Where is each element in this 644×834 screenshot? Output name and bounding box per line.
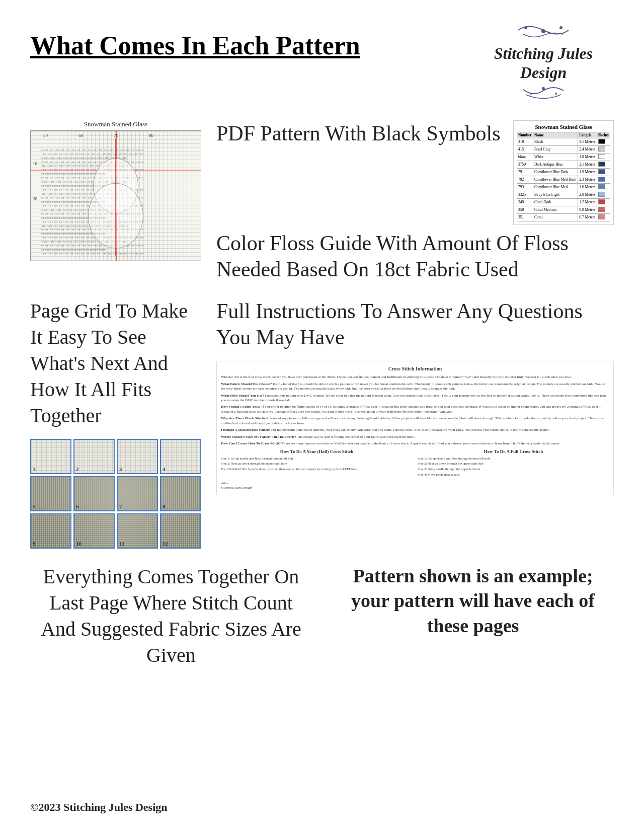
cross-stitch-paragraphs: Whether this is the first cross stitch p… — [221, 375, 609, 446]
floss-number: 350 — [517, 206, 533, 213]
col-name: Name — [533, 132, 578, 138]
thumbnail-cell: 2 — [73, 439, 115, 474]
floss-name: White — [533, 153, 578, 161]
header: What Comes In Each Pattern Stitching Jul… — [30, 20, 614, 105]
cross-stitch-paragraph: How Should I Stitch This? If you prefer … — [221, 405, 609, 414]
floss-color-swatch — [597, 176, 610, 183]
how-to-full-title: How To Do A Full Cross Stitch — [418, 448, 609, 454]
thumbnails-grid: 1 2 3 4 5 6 7 8 9 10 — [30, 439, 201, 549]
floss-row: 3325 Baby Blue Light 2.8 Meters — [517, 191, 610, 198]
thumb-pattern — [161, 440, 200, 473]
section2: Page Grid To Make It Easy To See What's … — [30, 298, 614, 549]
cross-stitch-info-title: Cross Stitch Information — [221, 365, 609, 372]
floss-length: 2.1 Meters — [578, 161, 597, 168]
floss-number: 351 — [517, 213, 533, 221]
floss-color-swatch — [597, 198, 610, 206]
how-to-half-col: How To Do A Your (Half) Cross Stitch Ste… — [221, 448, 413, 478]
floss-guide-text: Color Floss Guide With Amount Of Floss N… — [216, 230, 614, 283]
svg-point-1 — [541, 29, 545, 33]
section1: Snowman Stained Glass 50 60 70 80 10 20 — [30, 120, 614, 288]
floss-color-swatch — [597, 168, 610, 176]
thumb-pattern — [31, 440, 70, 473]
full-step: Step 1: Go up needle and floss through b… — [418, 457, 609, 461]
half-steps: Step 1: Go up needle and floss through b… — [221, 457, 413, 472]
floss-length: 2.3 Meters — [578, 176, 597, 183]
floss-number: 3750 — [517, 161, 533, 168]
floss-length: 0.7 Meters — [578, 213, 597, 221]
full-step: Step 3: Bring needle through the upper l… — [418, 467, 609, 472]
floss-row: blanc White 1.8 Meters — [517, 153, 610, 161]
thumbnail-cell: 4 — [160, 439, 201, 474]
left-section2: Page Grid To Make It Easy To See What's … — [30, 298, 201, 549]
full-step: Step 2: Next go down through the upper r… — [418, 462, 609, 466]
floss-number: blanc — [517, 153, 533, 161]
svg-point-0 — [524, 26, 527, 29]
col-length: Length — [578, 132, 597, 138]
floss-color-swatch — [597, 183, 610, 191]
svg-point-3 — [542, 87, 545, 90]
floss-length: 2.8 Meters — [578, 191, 597, 198]
floss-row: 350 Coral Medium 0.9 Meters — [517, 206, 610, 213]
cross-stitch-pattern: 50 60 70 80 10 20 — [30, 130, 201, 261]
floss-row: 310 Black 3.1 Meters — [517, 138, 610, 145]
floss-number: 792 — [517, 176, 533, 183]
floss-row: 349 Coral Dark 1.2 Meters — [517, 198, 610, 206]
thumb-number: 7 — [119, 503, 122, 509]
logo-ornament-top — [513, 20, 574, 43]
pdf-label: PDF Pattern With Black Symbols — [216, 120, 503, 147]
floss-row: 791 Cornflower Blue Dark 1.9 Meters — [517, 168, 610, 176]
thumb-number: 6 — [76, 503, 79, 509]
thumbnail-cell: 3 — [117, 439, 158, 474]
thumbnail-cell: 8 — [160, 476, 201, 511]
how-to-full-col: How To Do A Full Cross Stitch Step 1: Go… — [418, 448, 609, 478]
everything-text: Everything Comes Together On Last Page W… — [30, 564, 312, 668]
full-steps: Step 1: Go up needle and floss through b… — [418, 457, 609, 477]
thumb-number: 2 — [76, 466, 79, 472]
floss-length: 1.6 Meters — [578, 183, 597, 191]
floss-number: 3325 — [517, 191, 533, 198]
thumb-number: 5 — [33, 503, 36, 509]
floss-color-swatch — [597, 161, 610, 168]
svg-text:×·÷×·÷×·÷×·÷×·÷×·÷×·÷×·÷×·÷×·÷: ×·÷×·÷×·÷×·÷×·÷×·÷×·÷×·÷×·÷×·÷×·÷×·÷×·÷×… — [41, 147, 143, 151]
thumb-pattern — [161, 477, 200, 510]
floss-length: 2.4 Meters — [578, 145, 597, 153]
svg-text:·÷×·÷×·÷×·÷×·÷×·÷×·÷×·÷×·÷×·÷×: ·÷×·÷×·÷×·÷×·÷×·÷×·÷×·÷×·÷×·÷×·÷×·÷×·÷×·… — [41, 151, 143, 155]
floss-length: 1.2 Meters — [578, 198, 597, 206]
col-skeins: Skeins — [597, 132, 610, 138]
floss-color-swatch — [597, 206, 610, 213]
floss-name: Cornflower Blue Med — [533, 183, 578, 191]
pattern-shown-text: Pattern shown is an example; your patter… — [332, 564, 614, 638]
floss-name: Black — [533, 138, 578, 145]
floss-row: 415 Pearl Gray 2.4 Meters — [517, 145, 610, 153]
thumb-number: 9 — [33, 541, 36, 547]
svg-point-4 — [530, 93, 532, 95]
thumb-pattern — [31, 514, 70, 548]
col-number: Number — [517, 132, 533, 138]
thumb-pattern — [74, 477, 114, 510]
right-content-section1: PDF Pattern With Black Symbols Snowman S… — [216, 120, 614, 288]
floss-color-swatch — [597, 145, 610, 153]
svg-text:·÷×·÷×·÷×·÷×·÷×·÷×·÷×·÷×·÷×·÷×: ·÷×·÷×·÷×·÷×·÷×·÷×·÷×·÷×·÷×·÷×·÷×·÷×·÷×·… — [41, 252, 143, 255]
page-title: What Comes In Each Pattern — [30, 20, 360, 61]
thumb-number: 3 — [119, 466, 122, 472]
floss-table-image: Snowman Stained Glass Number Name Length… — [513, 120, 614, 225]
floss-number: 791 — [517, 168, 533, 176]
thumbnail-cell: 12 — [160, 513, 201, 549]
cross-stitch-paragraph: Why Are There Blank Stitches? Some of my… — [221, 416, 609, 426]
floss-color-swatch — [597, 213, 610, 221]
cross-stitch-paragraph: Where Should I Start My Pattern On The F… — [221, 435, 609, 439]
footer: ©2023 Stitching Jules Design — [30, 801, 168, 814]
pattern-svg: ×·÷×·÷×·÷×·÷×·÷×·÷×·÷×·÷×·÷×·÷×·÷×·÷×·÷×… — [31, 131, 201, 261]
cross-stitch-paragraph: How Can I Learn How To Cross Stitch? The… — [221, 441, 609, 446]
pattern-image-block: Snowman Stained Glass 50 60 70 80 10 20 — [30, 120, 201, 261]
thumb-pattern — [31, 477, 70, 510]
svg-point-2 — [559, 26, 562, 29]
logo-text: Stitching Jules Design — [473, 44, 614, 83]
thumb-number: 12 — [163, 541, 168, 547]
thumbnail-cell: 1 — [30, 439, 71, 474]
floss-name: Pearl Gray — [533, 145, 578, 153]
floss-name: Cornflower Blue Med Dark — [533, 176, 578, 183]
floss-name: Cornflower Blue Dark — [533, 168, 578, 176]
floss-number: 793 — [517, 183, 533, 191]
how-to-half-title: How To Do A Your (Half) Cross Stitch — [221, 448, 413, 454]
